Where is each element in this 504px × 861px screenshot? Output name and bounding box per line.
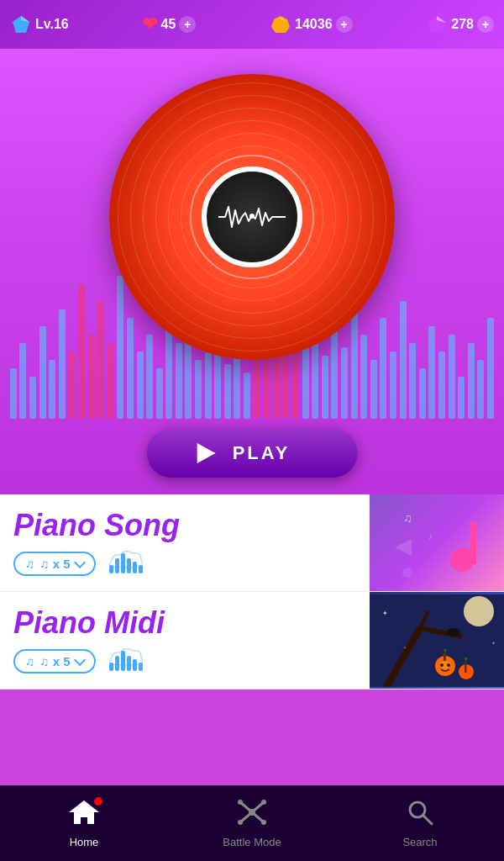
coins-value: 14036 xyxy=(295,17,333,32)
level-stat: Lv.16 xyxy=(10,13,69,35)
play-label: PLAY xyxy=(233,442,291,464)
heart-icon: ❤ xyxy=(142,13,157,35)
nav-label-battle: Battle Mode xyxy=(223,836,281,848)
eq-bar xyxy=(438,351,445,419)
play-button[interactable]: PLAY xyxy=(147,429,358,478)
eq-bar xyxy=(477,360,484,419)
music-badge[interactable]: ♫ ♫ x 5 xyxy=(13,552,96,576)
gems-stat: 278 + xyxy=(426,13,494,35)
notification-dot xyxy=(94,797,102,806)
svg-rect-8 xyxy=(115,558,119,573)
equalizer-btn[interactable] xyxy=(109,550,143,578)
svg-point-46 xyxy=(238,800,243,805)
eq-bar xyxy=(468,343,475,419)
svg-point-49 xyxy=(261,820,266,825)
level-label: Lv.16 xyxy=(35,17,69,32)
svg-line-52 xyxy=(423,816,432,824)
eq-bar xyxy=(409,343,416,419)
eq-bar xyxy=(400,301,407,419)
svg-point-47 xyxy=(261,800,266,805)
badge-label: ♫ x 5 xyxy=(39,557,70,571)
eq-bar xyxy=(195,360,202,419)
nav-label-home: Home xyxy=(70,836,99,848)
coin-icon xyxy=(270,13,291,35)
eq-bar xyxy=(49,360,55,419)
equalizer-btn-midi[interactable] xyxy=(109,647,143,675)
eq-bar xyxy=(487,318,494,419)
music-note-icon-midi: ♫ xyxy=(25,654,34,668)
eq-bar xyxy=(68,351,75,419)
coins-stat: 14036 + xyxy=(270,13,353,35)
song-actions-midi: ♫ ♫ x 5 xyxy=(13,647,491,675)
nav-item-search[interactable]: Search xyxy=(336,799,504,848)
svg-rect-21 xyxy=(121,651,125,671)
waveform-icon xyxy=(218,200,286,234)
gems-plus[interactable]: + xyxy=(477,16,494,33)
gems-value: 278 xyxy=(451,17,474,32)
eq-bar xyxy=(458,377,465,419)
song-card-content-midi: Piano Midi ♫ ♫ x 5 xyxy=(13,605,491,675)
song-card-piano-song[interactable]: Piano Song ♫ ♫ x 5 xyxy=(0,494,504,592)
eq-bar xyxy=(428,326,435,419)
svg-point-50 xyxy=(249,809,255,816)
eq-bar xyxy=(29,377,36,419)
music-badge-midi[interactable]: ♫ ♫ x 5 xyxy=(13,649,96,673)
eq-bar xyxy=(137,351,144,419)
svg-rect-10 xyxy=(127,558,131,573)
svg-point-48 xyxy=(238,820,243,825)
hearts-stat: ❤ 45 + xyxy=(142,13,196,35)
eq-bar xyxy=(263,356,270,419)
vinyl-disk xyxy=(109,74,395,360)
main-area: PLAY xyxy=(0,49,504,494)
nav-item-battle[interactable]: Battle Mode xyxy=(168,799,336,848)
song-title: Piano Song xyxy=(13,508,491,543)
eq-bar xyxy=(224,364,231,419)
search-icon xyxy=(407,799,433,832)
bottom-nav: Home Battle Mode Search xyxy=(0,785,504,861)
eq-bar xyxy=(39,326,46,419)
play-button-container: PLAY xyxy=(147,429,358,478)
gem-icon xyxy=(426,13,448,35)
chevron-down-icon-midi xyxy=(73,654,85,666)
eq-bar xyxy=(449,335,455,419)
song-card-content: Piano Song ♫ ♫ x 5 xyxy=(13,508,491,578)
chevron-down-icon xyxy=(73,557,85,568)
eq-bar xyxy=(78,284,85,419)
eq-bar xyxy=(322,356,328,419)
music-note-icon: ♫ xyxy=(25,557,34,571)
svg-point-6 xyxy=(249,214,255,219)
svg-rect-9 xyxy=(121,553,125,573)
eq-bar xyxy=(19,343,26,419)
eq-bar xyxy=(97,301,104,419)
play-triangle-icon xyxy=(197,443,216,463)
hearts-plus[interactable]: + xyxy=(179,16,196,33)
eq-bar xyxy=(370,360,377,419)
eq-bar xyxy=(88,335,95,419)
eq-bar xyxy=(59,309,66,419)
svg-text:✦: ✦ xyxy=(491,641,496,646)
song-actions: ♫ ♫ x 5 xyxy=(13,550,491,578)
nav-item-home[interactable]: Home xyxy=(0,799,168,848)
song-card-piano-midi[interactable]: Piano Midi ♫ ♫ x 5 xyxy=(0,592,504,689)
song-title-midi: Piano Midi xyxy=(13,605,491,641)
top-bar: Lv.16 ❤ 45 + 14036 + 278 + xyxy=(0,0,504,49)
eq-bar xyxy=(244,372,250,419)
vinyl-record xyxy=(109,74,395,360)
hearts-value: 45 xyxy=(160,17,176,32)
coins-plus[interactable]: + xyxy=(336,16,353,33)
vinyl-center xyxy=(202,166,302,267)
nav-label-search: Search xyxy=(402,836,437,848)
battle-icon xyxy=(237,799,267,832)
svg-rect-22 xyxy=(127,656,131,671)
eq-bar xyxy=(156,368,163,419)
diamond-icon xyxy=(10,13,32,35)
songs-section: Piano Song ♫ ♫ x 5 xyxy=(0,494,504,689)
eq-bar xyxy=(390,351,396,419)
home-icon xyxy=(69,799,99,832)
svg-rect-20 xyxy=(115,656,119,671)
badge-label-midi: ♫ x 5 xyxy=(39,654,70,668)
eq-bar xyxy=(419,368,426,419)
eq-bar xyxy=(10,368,17,419)
